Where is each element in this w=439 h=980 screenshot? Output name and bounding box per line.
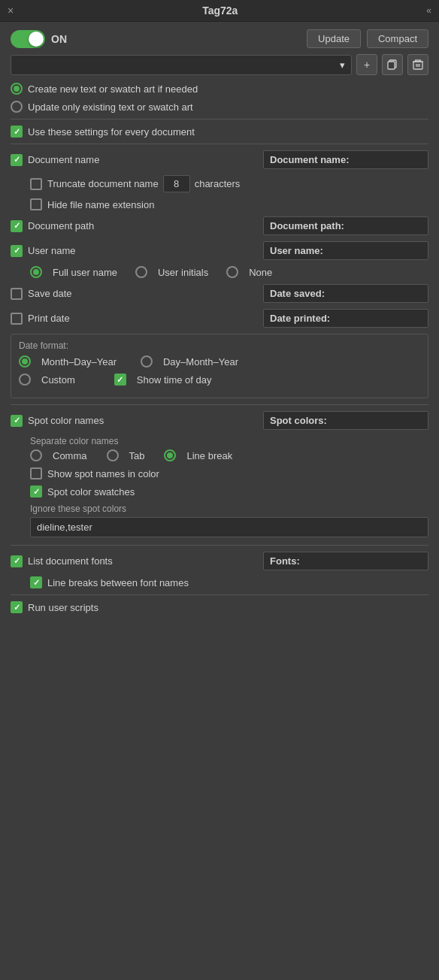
- use-for-every-row: Use these settings for every document: [11, 126, 428, 138]
- create-new-label: Create new text or swatch art if needed: [28, 83, 198, 95]
- spot-color-value-col: Spot colors:: [263, 411, 428, 430]
- doc-name-value-col: Document name:: [263, 150, 428, 169]
- line-breaks-checkbox[interactable]: [30, 576, 42, 588]
- spot-swatches-label: Spot color swatches: [47, 486, 135, 498]
- user-initials-label: User initials: [158, 267, 208, 278]
- spot-swatches-row: Spot color swatches: [30, 485, 428, 498]
- doc-path-col-label: Document path: [11, 220, 263, 232]
- user-name-value: User name:: [263, 241, 428, 260]
- separator-4: [11, 545, 428, 546]
- spot-swatches-checkbox[interactable]: [30, 485, 42, 498]
- show-time-checkbox[interactable]: [114, 374, 126, 386]
- date-format-box: Date format: Month–Day–Year Day–Month–Ye…: [11, 334, 428, 398]
- user-initials-radio[interactable]: [135, 266, 147, 278]
- fonts-value-col: Fonts:: [263, 552, 428, 570]
- document-name-row: Document name Document name:: [11, 150, 428, 169]
- spot-color-col-label: Spot color names: [11, 415, 263, 427]
- line-break-radio[interactable]: [164, 449, 176, 461]
- custom-radio[interactable]: [19, 374, 31, 386]
- separate-options-row: Comma Tab Line break: [30, 449, 428, 461]
- truncate-checkbox[interactable]: [30, 178, 42, 190]
- show-in-color-checkbox[interactable]: [30, 467, 42, 479]
- save-date-checkbox[interactable]: [11, 288, 23, 300]
- toggle-label: ON: [51, 33, 67, 45]
- compact-button[interactable]: Compact: [367, 29, 428, 48]
- content-area: ON Update Compact ▾ +: [0, 22, 439, 627]
- use-for-every-label: Use these settings for every document: [28, 126, 195, 138]
- day-month-year-label: Day–Month–Year: [163, 356, 238, 368]
- date-format-title: Date format:: [19, 340, 420, 351]
- hide-ext-row: Hide file name extension: [30, 198, 428, 210]
- fonts-checkbox[interactable]: [11, 555, 23, 567]
- line-breaks-row: Line breaks between font names: [30, 576, 428, 588]
- user-name-col-label: User name: [11, 245, 263, 257]
- user-name-checkbox[interactable]: [11, 245, 23, 257]
- create-new-radio[interactable]: [11, 83, 23, 95]
- ignore-label: Ignore these spot colors: [30, 504, 428, 514]
- delete-preset-button[interactable]: [407, 54, 428, 75]
- fonts-value: Fonts:: [263, 552, 428, 570]
- save-date-value: Date saved:: [263, 284, 428, 303]
- full-user-name-label: Full user name: [53, 267, 117, 278]
- update-only-radio[interactable]: [11, 101, 23, 113]
- spot-color-value: Spot colors:: [263, 411, 428, 430]
- doc-name-checkbox[interactable]: [11, 154, 23, 166]
- full-user-name-radio[interactable]: [30, 266, 42, 278]
- none-radio[interactable]: [226, 266, 238, 278]
- print-date-value: Date printed:: [263, 309, 428, 328]
- spot-color-label: Spot color names: [28, 415, 104, 426]
- doc-path-label: Document path: [28, 220, 94, 231]
- hide-ext-checkbox[interactable]: [30, 198, 42, 210]
- collapse-icon[interactable]: «: [426, 5, 431, 16]
- comma-radio[interactable]: [30, 449, 42, 461]
- copy-preset-button[interactable]: [382, 54, 403, 75]
- doc-path-value-col: Document path:: [263, 216, 428, 235]
- svg-rect-1: [388, 62, 395, 69]
- date-format-row1: Month–Day–Year Day–Month–Year: [19, 355, 420, 368]
- print-date-checkbox[interactable]: [11, 313, 23, 325]
- print-date-col-label: Print date: [11, 313, 263, 325]
- truncate-input[interactable]: [163, 175, 190, 192]
- custom-label: Custom: [41, 374, 75, 386]
- fonts-label: List document fonts: [28, 555, 113, 567]
- update-only-row: Update only existing text or swatch art: [11, 101, 428, 113]
- separator-5: [11, 594, 428, 595]
- spot-color-checkbox[interactable]: [11, 415, 23, 427]
- save-date-row: Save date Date saved:: [11, 284, 428, 303]
- save-date-label: Save date: [28, 288, 72, 299]
- toggle-knob: [29, 32, 44, 47]
- save-date-col-label: Save date: [11, 288, 263, 300]
- run-scripts-checkbox[interactable]: [11, 601, 23, 613]
- month-day-year-label: Month–Day–Year: [41, 356, 117, 368]
- use-for-every-checkbox[interactable]: [11, 126, 23, 138]
- doc-name-label: Document name: [28, 154, 99, 165]
- separator-3: [11, 404, 428, 405]
- preset-dropdown[interactable]: ▾: [11, 55, 352, 75]
- add-preset-button[interactable]: +: [356, 54, 377, 75]
- show-time-label: Show time of day: [137, 374, 212, 386]
- panel: × Tag72a « ON Update Compact ▾ +: [0, 0, 439, 627]
- update-button[interactable]: Update: [307, 29, 361, 48]
- ignore-input[interactable]: [30, 517, 428, 537]
- run-scripts-label: Run user scripts: [28, 602, 98, 613]
- show-in-color-row: Show spot names in color: [30, 467, 428, 479]
- run-scripts-row: Run user scripts: [11, 601, 428, 613]
- print-date-label: Print date: [28, 313, 70, 324]
- line-break-label: Line break: [186, 450, 232, 461]
- doc-path-checkbox[interactable]: [11, 220, 23, 232]
- close-icon[interactable]: ×: [8, 5, 14, 17]
- date-format-row2: Custom Show time of day: [19, 374, 420, 386]
- on-off-toggle[interactable]: [11, 30, 45, 48]
- month-day-year-radio[interactable]: [19, 355, 31, 368]
- preset-row: ▾ +: [11, 54, 428, 75]
- line-breaks-label: Line breaks between font names: [47, 577, 189, 588]
- day-month-year-radio[interactable]: [141, 355, 153, 368]
- show-in-color-label: Show spot names in color: [47, 468, 159, 479]
- truncate-unit: characters: [195, 178, 241, 189]
- spot-color-row: Spot color names Spot colors:: [11, 411, 428, 430]
- doc-name-col-label: Document name: [11, 154, 263, 166]
- print-date-row: Print date Date printed:: [11, 309, 428, 328]
- user-name-options-row: Full user name User initials None: [30, 266, 428, 278]
- tab-radio[interactable]: [107, 449, 119, 461]
- save-date-value-col: Date saved:: [263, 284, 428, 303]
